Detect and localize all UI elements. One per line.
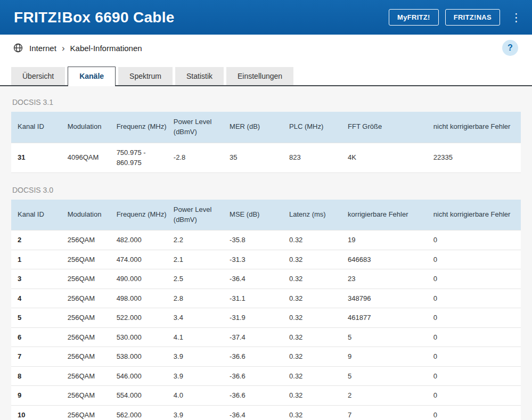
tab-spektrum[interactable]: Spektrum: [118, 67, 173, 85]
column-header: Modulation: [61, 112, 110, 143]
table-cell: 2.5: [167, 269, 223, 289]
tab-uebersicht[interactable]: Übersicht: [11, 67, 65, 85]
column-header: FFT Größe: [341, 112, 427, 143]
table-cell: 5: [341, 327, 427, 347]
table-cell: 823: [283, 143, 341, 172]
table-cell: 3.9: [167, 405, 223, 420]
table-cell: 256QAM: [61, 230, 110, 250]
table-cell: 0: [427, 327, 521, 347]
table-cell: 6: [11, 327, 61, 347]
table-cell: 256QAM: [61, 250, 110, 269]
table-cell: 22335: [427, 143, 521, 172]
table-cell: 474.000: [110, 250, 167, 269]
column-header: Power Level (dBmV): [167, 200, 223, 230]
table-header-row: Kanal IDModulationFrequenz (MHz)Power Le…: [11, 112, 521, 143]
table-cell: 0.32: [283, 250, 341, 269]
breadcrumb-item-internet[interactable]: Internet: [29, 44, 56, 53]
column-header: nicht korrigierbare Fehler: [427, 200, 521, 230]
fritzbox-page: FRITZ!Box 6690 Cable MyFRITZ! FRITZ!NAS …: [0, 0, 532, 420]
table-row: 10256QAM562.0003.9-36.40.3270: [11, 405, 521, 420]
table-cell: 2.2: [167, 230, 223, 250]
table-row: 1256QAM474.0002.1-31.30.326466830: [11, 250, 521, 269]
table-cell: 35: [223, 143, 283, 172]
table-cell: 482.000: [110, 230, 167, 250]
table-cell: 0.32: [283, 366, 341, 386]
table-cell: 562.000: [110, 405, 167, 420]
myfritz-button[interactable]: MyFRITZ!: [389, 9, 439, 26]
table-cell: -31.1: [223, 289, 283, 308]
table-cell: -31.9: [223, 308, 283, 328]
table-cell: 546.000: [110, 366, 167, 386]
table-cell: 4.0: [167, 386, 223, 406]
table-cell: 5: [11, 308, 61, 328]
column-header: Modulation: [61, 200, 110, 230]
table-cell: 256QAM: [61, 347, 110, 367]
fritznas-button[interactable]: FRITZ!NAS: [445, 9, 500, 26]
table-cell: 530.000: [110, 327, 167, 347]
kebab-menu-icon[interactable]: ⋮: [511, 12, 520, 23]
table-cell: 0.32: [283, 327, 341, 347]
table-cell: 19: [341, 230, 427, 250]
table-header-row: Kanal IDModulationFrequenz (MHz)Power Le…: [11, 200, 521, 230]
table-row: 9256QAM554.0004.0-36.60.3220: [11, 386, 521, 406]
table-cell: 256QAM: [61, 386, 110, 406]
docsis31-section: DOCSIS 3.1 Kanal IDModulationFrequenz (M…: [11, 98, 521, 173]
table-cell: 750.975 - 860.975: [110, 143, 167, 172]
main-content: DOCSIS 3.1 Kanal IDModulationFrequenz (M…: [0, 86, 532, 420]
table-cell: 498.000: [110, 289, 167, 308]
chevron-right-icon: ›: [62, 44, 65, 53]
tab-statistik[interactable]: Statistik: [175, 67, 224, 85]
table-cell: 522.000: [110, 308, 167, 328]
table-cell: -37.4: [223, 327, 283, 347]
table-cell: -36.6: [223, 386, 283, 406]
table-cell: 31: [11, 143, 61, 172]
docsis30-table: Kanal IDModulationFrequenz (MHz)Power Le…: [11, 200, 521, 420]
table-row: 7256QAM538.0003.9-36.60.3290: [11, 347, 521, 367]
tab-kanaele[interactable]: Kanäle: [68, 67, 116, 86]
docsis31-section-title: DOCSIS 3.1: [12, 98, 520, 106]
table-cell: 0.32: [283, 405, 341, 420]
table-cell: 23: [341, 269, 427, 289]
table-cell: 256QAM: [61, 289, 110, 308]
table-cell: 0.32: [283, 269, 341, 289]
table-cell: 0.32: [283, 386, 341, 406]
table-row: 6256QAM530.0004.1-37.40.3250: [11, 327, 521, 347]
table-cell: 8: [11, 366, 61, 386]
table-cell: 0: [427, 289, 521, 308]
column-header: MSE (dB): [223, 200, 283, 230]
table-cell: 0: [427, 308, 521, 328]
tab-bar: Übersicht Kanäle Spektrum Statistik Eins…: [0, 61, 532, 86]
table-row: 314096QAM750.975 - 860.975-2.8358234K223…: [11, 143, 521, 172]
table-cell: 0.32: [283, 308, 341, 328]
table-cell: 461877: [341, 308, 427, 328]
table-cell: 3.4: [167, 308, 223, 328]
table-row: 3256QAM490.0002.5-36.40.32230: [11, 269, 521, 289]
table-row: 8256QAM546.0003.9-36.60.3250: [11, 366, 521, 386]
tab-einstellungen[interactable]: Einstellungen: [226, 67, 293, 85]
table-cell: 1: [11, 250, 61, 269]
table-cell: 4.1: [167, 327, 223, 347]
table-cell: -2.8: [167, 143, 223, 172]
top-header: FRITZ!Box 6690 Cable MyFRITZ! FRITZ!NAS …: [0, 0, 532, 35]
table-cell: 2: [11, 230, 61, 250]
table-cell: 0.32: [283, 230, 341, 250]
table-cell: 490.000: [110, 269, 167, 289]
table-cell: 0: [427, 405, 521, 420]
table-cell: 0: [427, 250, 521, 269]
table-cell: 256QAM: [61, 327, 110, 347]
table-cell: -36.6: [223, 347, 283, 367]
table-cell: 538.000: [110, 347, 167, 367]
docsis30-section-title: DOCSIS 3.0: [12, 186, 520, 194]
table-cell: 4K: [341, 143, 427, 172]
table-cell: 5: [341, 366, 427, 386]
column-header: PLC (MHz): [283, 112, 341, 143]
column-header: MER (dB): [223, 112, 283, 143]
column-header: nicht korrigierbare Fehler: [427, 112, 521, 143]
column-header: Power Level (dBmV): [167, 112, 223, 143]
table-cell: 0.32: [283, 347, 341, 367]
table-cell: 9: [11, 386, 61, 406]
table-cell: 0: [427, 269, 521, 289]
table-row: 4256QAM498.0002.8-31.10.323487960: [11, 289, 521, 308]
table-cell: 3.9: [167, 347, 223, 367]
help-button[interactable]: ?: [502, 40, 518, 56]
